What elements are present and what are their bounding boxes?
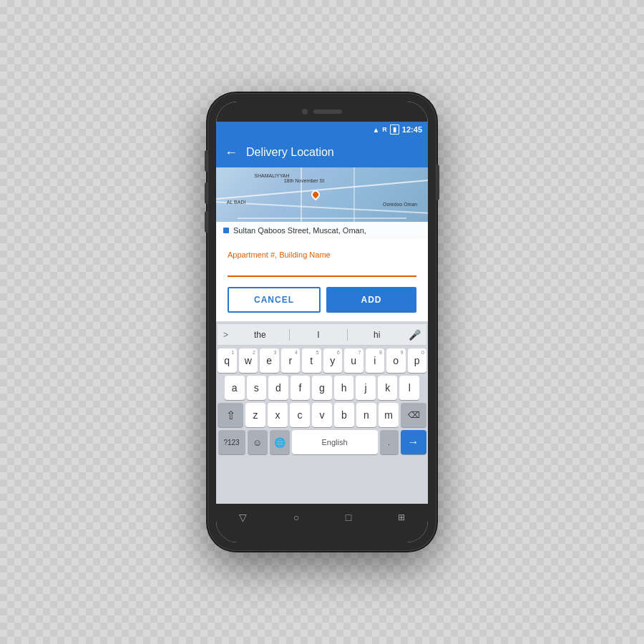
keyboard-row-1: q1 w2 e3 r4 t5 y6 u7 i8 o9 p0 (218, 348, 426, 373)
status-icons: ▲ R ▮ 12:45 (372, 125, 422, 135)
key-h[interactable]: h (334, 376, 354, 400)
key-j[interactable]: j (356, 376, 376, 400)
key-d[interactable]: d (268, 376, 288, 400)
nav-home[interactable]: ○ (293, 512, 299, 523)
keyboard-row-2: a s d f g h j k l (218, 376, 426, 400)
nav-back[interactable]: ▽ (239, 512, 247, 523)
suggestion-hi[interactable]: hi (348, 330, 406, 340)
battery-icon: ▮ (390, 125, 399, 135)
key-u[interactable]: u7 (344, 348, 364, 373)
nav-keyboard[interactable]: ⊞ (398, 512, 405, 522)
key-v[interactable]: v (312, 403, 332, 427)
map-label-shamaliyyah: SHAMALIYYAH (254, 173, 289, 178)
cancel-button[interactable]: CANCEL (228, 287, 321, 313)
back-button[interactable]: ← (225, 145, 238, 160)
form-area: Appartment #, Building Name CANCEL ADD (216, 239, 428, 321)
key-b[interactable]: b (334, 403, 354, 427)
bottom-bezel (216, 531, 428, 542)
space-key[interactable]: English (292, 430, 378, 454)
keyboard-suggestions: > the I hi 🎤 (218, 324, 426, 346)
map-label-albadi: AL BADI (227, 200, 246, 205)
key-g[interactable]: g (312, 376, 332, 400)
camera (302, 109, 308, 114)
symbols-key[interactable]: ?123 (218, 430, 245, 454)
backspace-key[interactable]: ⌫ (401, 403, 426, 427)
emoji-key[interactable]: ☺ (248, 430, 268, 454)
status-bar: ▲ R ▮ 12:45 (216, 122, 428, 137)
mic-icon[interactable]: 🎤 (406, 329, 424, 341)
phone-screen: ▲ R ▮ 12:45 ← Delivery Location SHAMALIY… (216, 102, 428, 542)
keyboard-row-3: ⇧ z x c v b n m ⌫ (218, 403, 426, 427)
key-o[interactable]: o9 (386, 348, 406, 373)
key-l[interactable]: l (399, 376, 419, 400)
input-label: Appartment #, Building Name (228, 250, 416, 259)
suggestion-the[interactable]: the (231, 330, 289, 340)
key-w[interactable]: w2 (239, 348, 258, 373)
key-p[interactable]: p0 (408, 348, 427, 373)
map-label-18nov: 18th November St (284, 178, 324, 183)
key-t[interactable]: t5 (302, 348, 321, 373)
key-a[interactable]: a (225, 376, 245, 400)
location-address: Sultan Qaboos Street, Muscat, Oman, (233, 226, 366, 235)
suggestion-i[interactable]: I (290, 330, 348, 340)
map-area: SHAMALIYYAH AL BADI Ooredoo Oman 18th No… (216, 167, 428, 239)
button-row: CANCEL ADD (228, 287, 416, 313)
shift-key[interactable]: ⇧ (218, 403, 243, 427)
period-key[interactable]: . (380, 430, 399, 454)
key-q[interactable]: q1 (218, 348, 237, 373)
key-f[interactable]: f (291, 376, 311, 400)
add-button[interactable]: ADD (326, 287, 416, 313)
app-bar-title: Delivery Location (246, 146, 334, 159)
key-e[interactable]: e3 (260, 348, 279, 373)
map-label-ooredoo: Ooredoo Oman (383, 202, 417, 207)
key-m[interactable]: m (379, 403, 399, 427)
suggestions-chevron[interactable]: > (220, 330, 231, 340)
key-y[interactable]: y6 (323, 348, 343, 373)
app-bar: ← Delivery Location (216, 137, 428, 167)
nav-recent[interactable]: □ (346, 512, 351, 523)
globe-key[interactable]: 🌐 (270, 430, 290, 454)
speaker (313, 109, 342, 114)
key-n[interactable]: n (356, 403, 376, 427)
key-c[interactable]: c (290, 403, 310, 427)
bottom-nav: ▽ ○ □ ⊞ (216, 504, 428, 531)
apartment-input[interactable] (228, 262, 416, 277)
location-dot (223, 228, 229, 233)
keyboard-row-4: ?123 ☺ 🌐 English . → (218, 430, 426, 454)
top-bezel (216, 102, 428, 122)
key-i[interactable]: i8 (366, 348, 385, 373)
wifi-icon: ▲ (372, 126, 379, 134)
map-pin (311, 190, 320, 199)
key-x[interactable]: x (268, 403, 288, 427)
phone-device: ▲ R ▮ 12:45 ← Delivery Location SHAMALIY… (208, 93, 436, 551)
key-k[interactable]: k (378, 376, 398, 400)
key-s[interactable]: s (247, 376, 267, 400)
key-z[interactable]: z (245, 403, 265, 427)
status-time: 12:45 (402, 125, 422, 134)
keyboard: > the I hi 🎤 q1 w2 e3 r4 t5 y6 u7 i8 o9 … (216, 321, 428, 504)
location-bar: Sultan Qaboos Street, Muscat, Oman, (216, 222, 428, 239)
enter-key[interactable]: → (401, 430, 426, 454)
key-r[interactable]: r4 (281, 348, 301, 373)
signal-icon: R (382, 126, 387, 133)
